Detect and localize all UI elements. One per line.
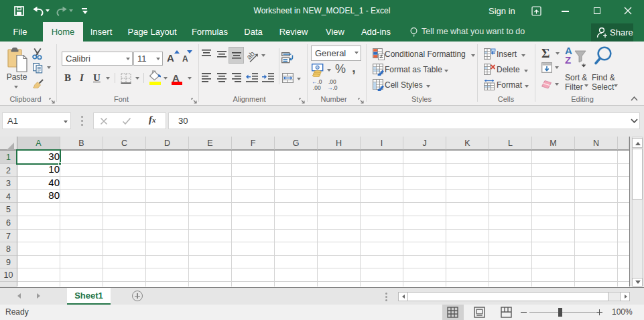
svg-text:→.0: →.0	[327, 84, 338, 90]
svg-text:ab: ab	[246, 50, 256, 61]
svg-text:.00: .00	[313, 84, 321, 90]
